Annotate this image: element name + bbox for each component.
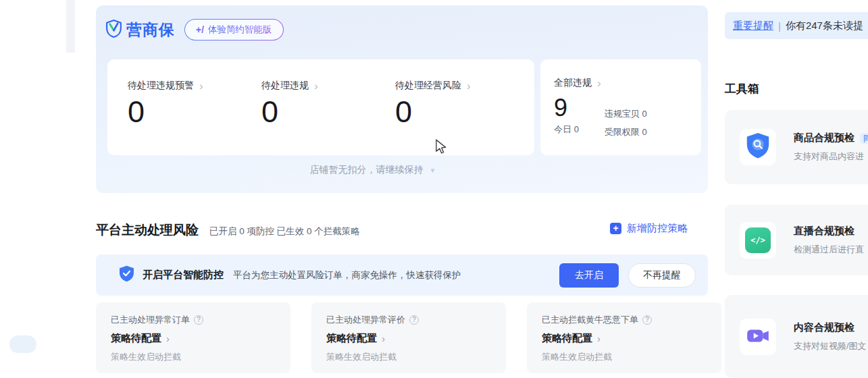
smart-version-badge[interactable]: +/ 体验简约智能版 [184, 19, 284, 40]
stat-link[interactable]: 待处理违规预警 › [128, 80, 261, 92]
chevron-right-icon: › [597, 333, 601, 344]
card-status-link[interactable]: 策略待配置 › [326, 332, 491, 345]
violations-right-col: 违规宝贝 0 受限权限 0 [605, 94, 647, 138]
notice-divider: | [778, 20, 781, 32]
add-strategy-button[interactable]: + 新增防控策略 [610, 222, 688, 235]
stat-business-risk: 待处理经营风险 › 0 [395, 80, 529, 155]
banner-desc: 平台为您主动处置风险订单，商家免操作，快速获得保护 [233, 269, 461, 281]
important-notice-bar[interactable]: 重要提醒 | 你有247条未读提 [725, 12, 868, 39]
card-status-link[interactable]: 策略待配置 › [111, 332, 276, 345]
tool-icon-tile: </> [740, 222, 776, 259]
tool-live-compliance[interactable]: </> 直播合规预检 检测通过后进行直 [725, 205, 868, 275]
tool-icon-tile [740, 319, 776, 355]
floating-widget-fragment [9, 335, 36, 353]
tool-desc: 支持对短视频/图文 [794, 340, 867, 352]
shield-check-icon [119, 265, 134, 285]
mouse-cursor [435, 139, 447, 157]
stat-violation-warning: 待处理违规预警 › 0 [128, 80, 261, 155]
tool-info: 商品合规预检 同 支持对商品内容进 [794, 132, 868, 163]
chevron-right-icon: › [467, 80, 471, 92]
help-icon[interactable]: ? [409, 315, 419, 325]
card-title-row: 已主动处理异常订单 ? [111, 314, 276, 326]
stat-value: 0 [128, 96, 261, 128]
restricted-rights-row: 受限权限 0 [605, 126, 647, 138]
card-abnormal-reviews: 已主动处理异常评价 ? 策略待配置 › 策略生效启动拦截 [311, 302, 506, 373]
card-note: 策略生效启动拦截 [542, 351, 707, 363]
help-icon[interactable]: ? [642, 315, 652, 325]
notice-text: 你有247条未读提 [786, 20, 863, 32]
tool-content-compliance[interactable]: 内容合规预检 支持对短视频/图文 [725, 295, 868, 378]
all-violations-link[interactable]: 全部违规 › [554, 77, 692, 89]
risk-section-header: 平台主动处理风险 已开启 0 项防控 已生效 0 个拦截策略 [96, 221, 360, 239]
smart-version-label: 体验简约智能版 [208, 24, 272, 36]
code-icon: </> [745, 227, 771, 253]
tool-name-row: 内容合规预检 [794, 321, 867, 334]
score-note[interactable]: 店铺暂无扣分，请继续保持 ▼ [96, 164, 650, 176]
card-scalper-orders: 已主动拦截黄牛恶意下单 ? 策略待配置 › 策略生效启动拦截 [527, 302, 721, 373]
sparkle-icon: +/ [196, 24, 204, 35]
stat-violation: 待处理违规 › 0 [261, 80, 395, 155]
stat-value: 0 [395, 96, 529, 128]
brand-row: 营商保 +/ 体验简约智能版 [105, 19, 284, 40]
left-edge-strip [66, 0, 75, 53]
smart-protection-banner: 开启平台智能防控 平台为您主动处置风险订单，商家免操作，快速获得保护 去开启 不… [96, 254, 708, 296]
card-title-row: 已主动处理异常评价 ? [326, 314, 491, 326]
tool-icon-tile [740, 129, 776, 165]
card-title-row: 已主动拦截黄牛恶意下单 ? [542, 314, 707, 326]
chevron-right-icon: › [597, 78, 601, 89]
tool-desc: 检测通过后进行直 [794, 244, 864, 256]
chevron-right-icon: › [382, 333, 385, 344]
chevron-right-icon: › [166, 333, 170, 344]
pending-stats-card: 待处理违规预警 › 0 待处理违规 › 0 待处理经营风险 › 0 [107, 59, 534, 155]
tool-desc: 支持对商品内容进 [794, 151, 868, 163]
shield-search-icon [745, 132, 771, 162]
stat-link[interactable]: 待处理经营风险 › [395, 80, 529, 92]
brand-shield-icon [105, 20, 122, 40]
tool-name-row: 商品合规预检 同 [794, 132, 868, 144]
card-note: 策略生效启动拦截 [326, 351, 491, 363]
banner-title: 开启平台智能防控 [143, 269, 224, 281]
chevron-right-icon: › [199, 80, 203, 92]
tool-name: 内容合规预检 [794, 321, 854, 334]
caret-down-icon: ▼ [429, 167, 436, 174]
card-abnormal-orders: 已主动处理异常订单 ? 策略待配置 › 策略生效启动拦截 [96, 302, 290, 373]
violation-items-row: 违规宝贝 0 [605, 108, 647, 120]
risk-section-title: 平台主动处理风险 [96, 221, 199, 239]
violations-today: 今日 0 [554, 124, 579, 136]
all-violations-body: 9 今日 0 违规宝贝 0 受限权限 0 [554, 94, 692, 138]
help-icon[interactable]: ? [194, 315, 203, 325]
tool-name: 商品合规预检 [794, 132, 854, 144]
notice-tag[interactable]: 重要提醒 [733, 20, 773, 32]
tool-info: 内容合规预检 支持对短视频/图文 [794, 321, 867, 352]
all-violations-card: 全部违规 › 9 今日 0 违规宝贝 0 受限权限 [540, 59, 701, 155]
hero-panel: 营商保 +/ 体验简约智能版 待处理违规预警 › 0 待处理违规 › 0 [96, 5, 708, 193]
tool-product-compliance[interactable]: 商品合规预检 同 支持对商品内容进 [725, 110, 868, 184]
brand-name: 营商保 [126, 20, 175, 40]
stat-value: 0 [261, 96, 395, 128]
toolbox-title: 工具箱 [725, 81, 759, 97]
dismiss-button[interactable]: 不再提醒 [628, 263, 696, 288]
video-icon [745, 323, 771, 351]
tool-name: 直播合规预检 [794, 225, 854, 238]
card-status-link[interactable]: 策略待配置 › [542, 332, 707, 345]
enable-button[interactable]: 去开启 [559, 263, 619, 288]
tool-info: 直播合规预检 检测通过后进行直 [794, 225, 864, 256]
violations-left-col: 9 今日 0 [554, 94, 579, 138]
chevron-right-icon: › [314, 80, 318, 92]
add-strategy-label: 新增防控策略 [627, 222, 688, 235]
tool-badge: 同 [860, 133, 868, 144]
plus-icon: + [610, 223, 621, 234]
card-note: 策略生效启动拦截 [111, 351, 276, 363]
violations-count: 9 [554, 94, 579, 122]
risk-section-meta: 已开启 0 项防控 已生效 0 个拦截策略 [209, 225, 360, 238]
stat-link[interactable]: 待处理违规 › [261, 80, 395, 92]
yingshangbao-dashboard: 营商保 +/ 体验简约智能版 待处理违规预警 › 0 待处理违规 › 0 [0, 0, 868, 378]
tool-name-row: 直播合规预检 [794, 225, 864, 238]
